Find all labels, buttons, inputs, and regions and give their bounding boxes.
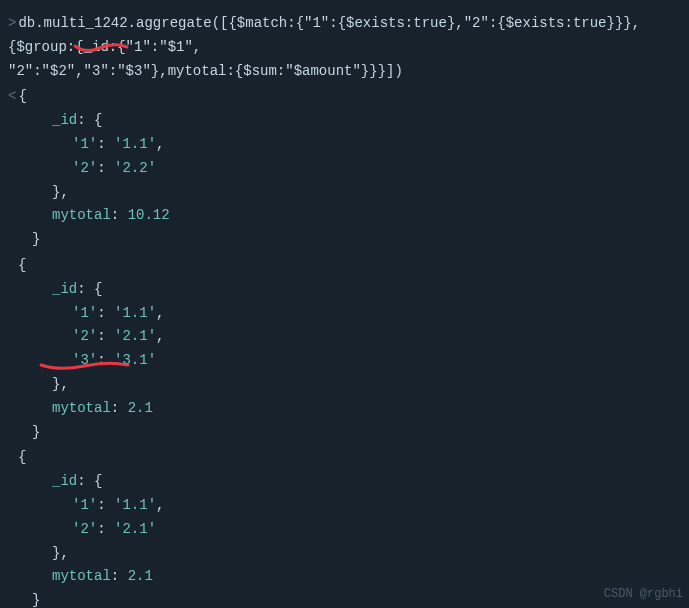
brace-close: } xyxy=(32,424,40,440)
id-key: _id xyxy=(52,281,77,297)
entry-key: '3' xyxy=(72,352,97,368)
collapse-icon[interactable]: < xyxy=(8,85,16,109)
mytotal-key: mytotal xyxy=(52,207,111,223)
entry-key: '2' xyxy=(72,521,97,537)
mytotal-value: 2.1 xyxy=(128,568,153,584)
entry-value: '2.1' xyxy=(114,521,156,537)
entry-key: '2' xyxy=(72,328,97,344)
watermark: CSDN @rgbhi xyxy=(604,584,683,604)
entry-value: '1.1' xyxy=(114,136,156,152)
brace-close: } xyxy=(32,592,40,608)
mytotal-key: mytotal xyxy=(52,568,111,584)
mytotal-value: 2.1 xyxy=(128,400,153,416)
entry-value: '1.1' xyxy=(114,497,156,513)
entry-value: '2.1' xyxy=(114,328,156,344)
command-line-1: >db.multi_1242.aggregate([{$match:{"1":{… xyxy=(8,12,681,60)
command-text-1: db.multi_1242.aggregate([{$match:{"1":{$… xyxy=(8,15,640,55)
mytotal-value: 10.12 xyxy=(128,207,170,223)
command-text-2: "2":"$2","3":"$3"},mytotal:{$sum:"$amoun… xyxy=(8,63,403,79)
id-key: _id xyxy=(52,112,77,128)
entry-key: '2' xyxy=(72,160,97,176)
prompt-icon: > xyxy=(8,12,16,36)
entry-value: '3.1' xyxy=(114,352,156,368)
entry-value: '1.1' xyxy=(114,305,156,321)
brace-open: { xyxy=(18,88,26,104)
brace-open: { xyxy=(18,257,26,273)
id-key: _id xyxy=(52,473,77,489)
mytotal-key: mytotal xyxy=(52,400,111,416)
command-line-2: "2":"$2","3":"$3"},mytotal:{$sum:"$amoun… xyxy=(8,60,681,84)
entry-value: '2.2' xyxy=(114,160,156,176)
query-results: <{_id: {'1': '1.1','2': '2.2'},mytotal: … xyxy=(8,85,681,608)
entry-key: '1' xyxy=(72,305,97,321)
brace-open: { xyxy=(18,449,26,465)
entry-key: '1' xyxy=(72,497,97,513)
entry-key: '1' xyxy=(72,136,97,152)
brace-close: } xyxy=(32,231,40,247)
